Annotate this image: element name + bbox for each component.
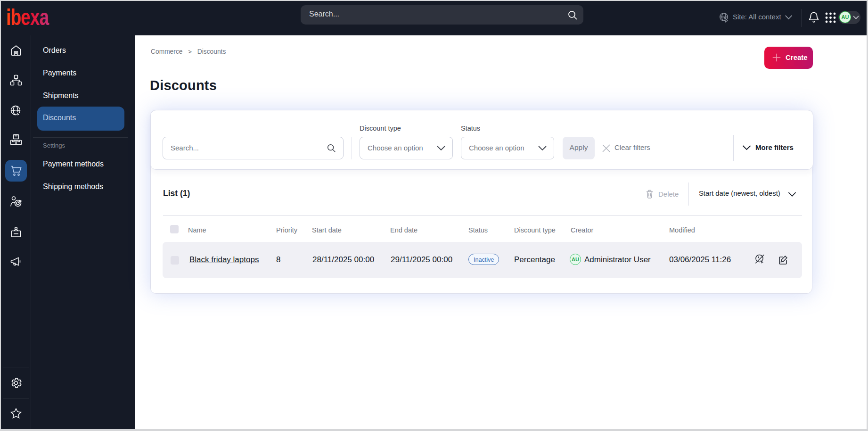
svg-text:ibexa: ibexa: [6, 8, 49, 28]
